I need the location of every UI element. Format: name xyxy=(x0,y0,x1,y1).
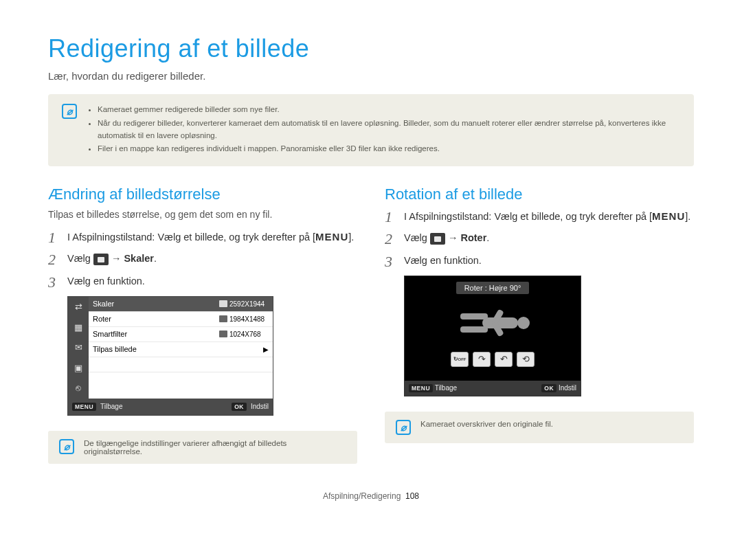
row-value: 1024X768 xyxy=(216,331,273,338)
menu-pill: MENU xyxy=(409,384,433,392)
list-item[interactable]: Roter 1984X1488 xyxy=(89,312,273,327)
list-item[interactable]: Tilpas billede ▶ xyxy=(89,342,273,357)
menu-pill: MENU xyxy=(72,403,96,411)
resize-section: Ændring af billedstørrelse Tilpas et bil… xyxy=(48,186,357,464)
rotate-left-button[interactable]: ↶ xyxy=(495,352,513,367)
camera-screenshot-resize: ⇄ ▦ ✉ ▣ ⎋ Skaler 2592X1944 xyxy=(67,296,273,416)
camera-screenshot-rotate: Roter : Højre 90° ↻OFF ↷ xyxy=(404,276,581,396)
list-item[interactable]: Smartfilter 1024X768 xyxy=(89,327,273,342)
ok-label: Indstil xyxy=(559,384,576,392)
rotate-note-text: Kameraet overskriver den originale fil. xyxy=(420,420,553,435)
page-root: Redigering af et billede Lær, hvordan du… xyxy=(0,0,742,515)
rotate-section: Rotation af et billede 1 I Afspilningsti… xyxy=(385,186,694,464)
resize-heading: Ændring af billedstørrelse xyxy=(48,186,357,203)
rotate-button-row: ↻OFF ↷ ↶ ⟲ xyxy=(451,352,535,367)
ok-label: Indstil xyxy=(251,403,269,410)
share-icon: ✉ xyxy=(68,337,89,358)
step-body: Vælg → Roter. xyxy=(404,231,489,246)
step-body: Vælg en funktion. xyxy=(67,274,145,289)
size-icon xyxy=(219,331,227,337)
step-number: 3 xyxy=(385,254,397,270)
rotate-step-3: 3 Vælg en funktion. xyxy=(385,254,694,270)
cam-footer: MENU Tilbage OK Indstil xyxy=(68,399,273,415)
svg-rect-2 xyxy=(460,313,488,320)
list-item-empty xyxy=(89,357,273,372)
text: Vælg xyxy=(67,253,93,264)
cam-side-icons: ⇄ ▦ ✉ ▣ ⎋ xyxy=(68,297,89,399)
info-icon: ⌀ xyxy=(59,439,74,454)
cam-main: Skaler 2592X1944 Roter 1984X1488 Smartfi… xyxy=(89,297,273,399)
svg-point-0 xyxy=(517,317,530,329)
footer-page-number: 108 xyxy=(405,491,419,501)
text: Vælg xyxy=(404,232,430,243)
step-number: 1 xyxy=(385,209,397,225)
ok-pill: OK xyxy=(541,384,556,392)
info-icon: ⌀ xyxy=(62,104,77,119)
chevron-right-icon: ▶ xyxy=(263,346,269,353)
text: 2592X1944 xyxy=(229,300,265,308)
info-icon: ⌀ xyxy=(396,420,411,435)
row-value: 2592X1944 xyxy=(216,300,273,308)
folder-icon: ▣ xyxy=(68,358,89,379)
resize-step-1: 1 I Afspilningstilstand: Vælg et billede… xyxy=(48,229,357,246)
row-label: Tilpas billede xyxy=(89,345,263,353)
back-label: Tilbage xyxy=(100,403,122,410)
rotate-off-button[interactable]: ↻OFF xyxy=(451,352,469,367)
text: ]. xyxy=(685,211,690,222)
cam-body: ⇄ ▦ ✉ ▣ ⎋ Skaler 2592X1944 xyxy=(68,297,273,399)
row-label: Skaler xyxy=(89,300,216,308)
two-columns: Ændring af billedstørrelse Tilpas et bil… xyxy=(48,186,694,464)
usb-icon: ⎋ xyxy=(68,378,89,399)
arrow-icon: → xyxy=(445,232,461,243)
rotate-step-1: 1 I Afspilningstilstand: Vælg et billede… xyxy=(385,209,694,225)
step-body: I Afspilningstilstand: Vælg et billede, … xyxy=(67,229,354,245)
person-icon xyxy=(455,306,530,339)
rotate =180-button[interactable]: ⟲ xyxy=(517,352,535,367)
ok-pill: OK xyxy=(232,403,247,411)
resize-subintro: Tilpas et billedes størrelse, og gem det… xyxy=(48,209,357,220)
back-label: Tilbage xyxy=(435,384,457,392)
row-label: Roter xyxy=(89,315,216,323)
top-note-item: Når du redigerer billeder, konverterer k… xyxy=(98,117,680,142)
bold-term: Skaler xyxy=(124,253,154,264)
text: . xyxy=(154,253,157,264)
rotate-right-button[interactable]: ↷ xyxy=(473,352,491,367)
text: ]. xyxy=(348,232,354,243)
list-item[interactable]: Skaler 2592X1944 xyxy=(89,297,273,312)
svg-rect-3 xyxy=(460,326,488,333)
cam2-body: Roter : Højre 90° ↻OFF ↷ xyxy=(405,276,581,381)
step-number: 3 xyxy=(48,274,60,291)
cam-list: Skaler 2592X1944 Roter 1984X1488 Smartfi… xyxy=(89,297,273,399)
resize-step-2: 2 Vælg → Skaler. xyxy=(48,251,357,268)
text: 1024X768 xyxy=(229,331,261,338)
text: 1984X1488 xyxy=(229,315,265,323)
row-label: Smartfilter xyxy=(89,330,216,338)
page-footer: Afspilning/Redigering 108 xyxy=(48,491,694,501)
edit-icon xyxy=(93,254,109,265)
rotate-heading: Rotation af et billede xyxy=(385,186,694,203)
step-body: Vælg → Skaler. xyxy=(67,251,157,267)
rotate-caption: Roter : Højre 90° xyxy=(456,282,530,294)
resize-step-3: 3 Vælg en funktion. xyxy=(48,274,357,291)
size-icon xyxy=(219,315,227,322)
top-info-list: Kameraet gemmer redigerede billeder som … xyxy=(98,104,680,157)
size-icon xyxy=(219,300,227,307)
step-number: 2 xyxy=(385,231,397,247)
edit-icon: ▦ xyxy=(68,317,89,337)
top-info-box: ⌀ Kameraet gemmer redigerede billeder so… xyxy=(48,94,694,166)
text: I Afspilningstilstand: Vælg et billede, … xyxy=(67,232,315,243)
step-number: 1 xyxy=(48,229,60,246)
top-note-item: Filer i en mappe kan redigeres individue… xyxy=(98,143,680,155)
swap-icon: ⇄ xyxy=(68,297,89,317)
rotate-step-2: 2 Vælg → Roter. xyxy=(385,231,694,247)
footer-left: MENU Tilbage xyxy=(409,384,457,392)
text: I Afspilningstilstand: Vælg et billede, … xyxy=(404,211,652,222)
menu-label: MENU xyxy=(315,231,348,243)
bold-term: Roter xyxy=(460,232,486,243)
page-intro: Lær, hvordan du redigerer billeder. xyxy=(48,70,694,82)
edit-icon xyxy=(430,233,445,245)
top-note-item: Kameraet gemmer redigerede billeder som … xyxy=(98,104,680,116)
resize-note-box: ⌀ De tilgængelige indstillinger varierer… xyxy=(48,431,357,464)
text: . xyxy=(486,232,489,243)
cam2-footer: MENU Tilbage OK Indstil xyxy=(405,381,581,396)
